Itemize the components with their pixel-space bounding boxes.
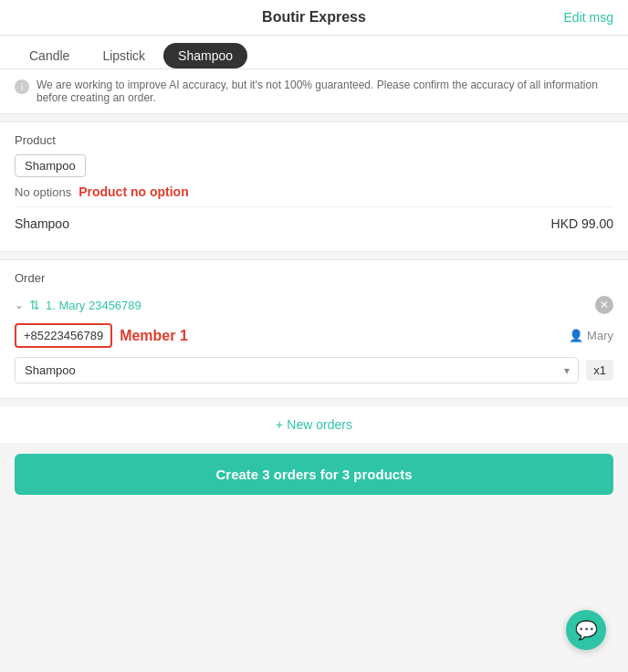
order-clear-button[interactable]: ✕ [595,296,613,314]
customer-name: Mary [587,329,613,342]
new-orders-label: New orders [287,417,352,432]
new-orders-row: + New orders [0,406,628,443]
no-options-row: No options Product no option [15,177,613,206]
tab-lipstick[interactable]: Lipstick [88,43,160,68]
avatar-area: 👤 Mary [569,329,613,342]
phone-badge: +85223456789 [15,323,112,348]
tab-shampoo[interactable]: Shampoo [163,43,247,68]
order-section-label: Order [15,271,613,285]
product-section: Product Shampoo No options Product no op… [0,121,628,252]
info-bar: i We are working to improve AI accuracy,… [0,69,628,114]
order-header-row: ⌄ ⇅ 1. Mary 23456789 ✕ [15,292,613,318]
chevron-icon: ⌄ [15,299,24,311]
new-orders-link[interactable]: + New orders [276,417,352,432]
avatar-icon: 👤 [569,329,583,342]
quantity-badge: x1 [586,360,613,381]
no-options-error: Product no option [78,184,189,199]
reorder-icon: ⇅ [29,298,40,312]
tabs-bar: Candle Lipstick Shampoo [0,36,628,69]
order-customer-link[interactable]: 1. Mary 23456789 [46,299,141,312]
product-name: Shampoo [15,216,69,231]
no-options-label: No options [15,185,71,199]
create-orders-button[interactable]: Create 3 orders for 3 products [15,454,613,495]
chat-icon: 💬 [575,619,598,641]
app-title: Boutir Express [262,9,366,26]
order-details-row: +85223456789 Member 1 👤 Mary [15,318,613,353]
info-icon: i [15,79,29,94]
new-orders-plus-icon: + [276,417,283,432]
product-select-wrapper: Shampoo ▾ [15,357,579,383]
selected-product-tag[interactable]: Shampoo [15,154,86,177]
product-price: HKD 99.00 [551,216,613,231]
edit-msg-link[interactable]: Edit msg [564,10,613,25]
order-section: Order ⌄ ⇅ 1. Mary 23456789 ✕ +8522345678… [0,259,628,399]
member-label: Member 1 [120,328,188,344]
tab-candle[interactable]: Candle [15,43,84,68]
top-bar: Boutir Express Edit msg [0,0,628,36]
product-price-row: Shampoo HKD 99.00 [15,206,613,240]
info-text: We are working to improve AI accuracy, b… [37,79,613,104]
product-select[interactable]: Shampoo [15,357,579,383]
product-select-row: Shampoo ▾ x1 [15,353,613,387]
fab-chat-button[interactable]: 💬 [566,610,606,650]
product-section-label: Product [15,133,613,147]
